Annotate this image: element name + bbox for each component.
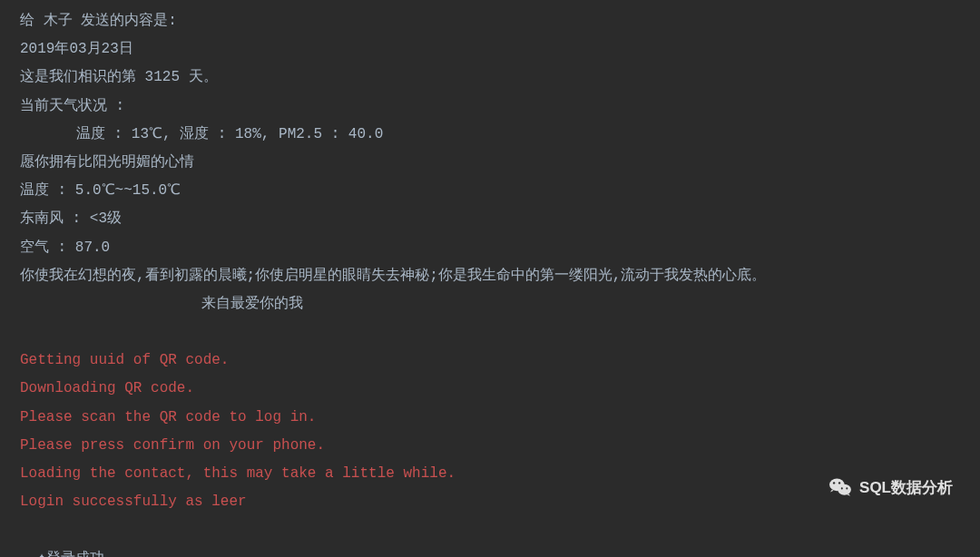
terminal-output: 给 木子 发送的内容是:2019年03月23日这是我们相识的第 3125 天。当…: [20, 7, 960, 516]
terminal-line: Login successfully as leer: [20, 488, 960, 516]
terminal-line: Loading the contact, this may take a lit…: [20, 460, 960, 488]
terminal-line: 当前天气状况 :: [20, 93, 960, 121]
svg-point-5: [846, 488, 848, 490]
terminal-line: 温度 : 5.0℃~~15.0℃: [20, 177, 960, 205]
login-success-line: ♠登录成功: [20, 516, 960, 557]
login-success-text: 登录成功: [46, 551, 104, 557]
terminal-line: Downloading QR code.: [20, 375, 960, 403]
svg-point-1: [838, 484, 851, 495]
watermark-text: SQL数据分析: [859, 473, 953, 503]
arrow-icon: ♠: [37, 545, 46, 557]
wechat-icon: [828, 477, 852, 497]
terminal-line: 空气 : 87.0: [20, 234, 960, 262]
terminal-line: Please press confirm on your phone.: [20, 432, 960, 460]
terminal-line: 温度 : 13℃, 湿度 : 18%, PM2.5 : 40.0: [20, 121, 960, 149]
svg-point-2: [833, 483, 835, 484]
terminal-line: 你使我在幻想的夜,看到初露的晨曦;你使启明星的眼睛失去神秘;你是我生命中的第一缕…: [20, 262, 960, 290]
terminal-line: 这是我们相识的第 3125 天。: [20, 64, 960, 92]
terminal-line: 给 木子 发送的内容是:: [20, 7, 960, 35]
terminal-line: 来自最爱你的我: [20, 290, 960, 318]
svg-point-4: [841, 488, 843, 490]
terminal-line: Please scan the QR code to log in.: [20, 404, 960, 432]
terminal-line: 东南风 : <3级: [20, 205, 960, 233]
watermark: SQL数据分析: [828, 473, 953, 503]
terminal-line: 愿你拥有比阳光明媚的心情: [20, 149, 960, 177]
terminal-line: [20, 318, 960, 347]
terminal-line: 2019年03月23日: [20, 35, 960, 64]
svg-point-3: [838, 483, 840, 484]
terminal-line: Getting uuid of QR code.: [20, 347, 960, 375]
